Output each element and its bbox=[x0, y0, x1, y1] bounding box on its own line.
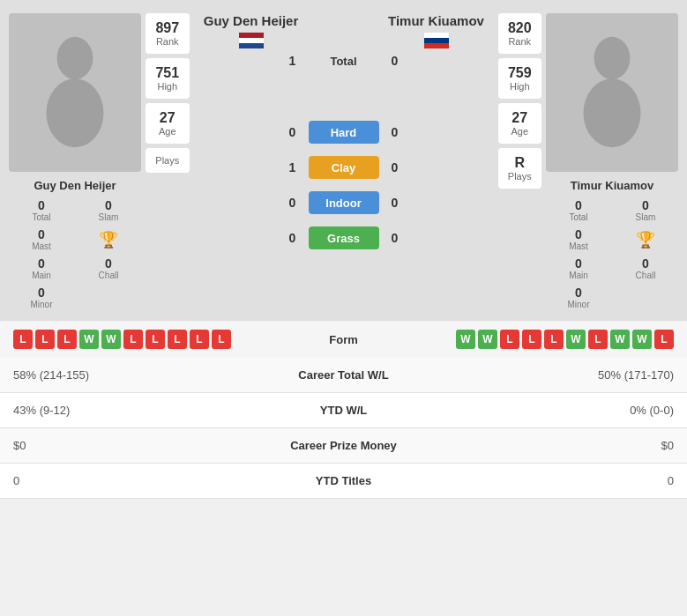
left-high-value: 751 bbox=[150, 65, 185, 81]
clay-left-score: 1 bbox=[284, 160, 302, 174]
right-form-badge-l: L bbox=[654, 330, 674, 349]
right-main-lbl: Main bbox=[548, 271, 609, 280]
comparison-row-3: 0 YTD Titles 0 bbox=[0, 464, 687, 499]
left-total-lbl: Total bbox=[11, 212, 72, 222]
form-label: Form bbox=[309, 333, 379, 346]
left-form-badge-l: L bbox=[168, 330, 187, 349]
right-middle-panel: 820 Rank 759 High 27 Age R Plays bbox=[498, 13, 542, 311]
left-rank-label: Rank bbox=[150, 36, 185, 47]
left-trophy-icon: 🏆 bbox=[99, 230, 118, 249]
right-age-value: 27 bbox=[503, 110, 538, 126]
hard-left-score: 0 bbox=[284, 125, 302, 139]
left-slam-lbl: Slam bbox=[78, 212, 139, 222]
right-slam-val: 0 bbox=[615, 198, 676, 212]
right-player-photo-area: Timur Kiuamov 0 Total 0 Slam 0 Mast 🏆 bbox=[546, 13, 678, 311]
comp-label-3: YTD Titles bbox=[208, 464, 479, 499]
right-rank-box: 820 Rank bbox=[498, 13, 542, 54]
left-chall-lbl: Chall bbox=[78, 271, 139, 280]
comp-left-1: 43% (9-12) bbox=[0, 393, 208, 428]
right-main-cell: 0 Main bbox=[546, 255, 611, 282]
right-player-header: Timur Kiuamov bbox=[379, 13, 494, 49]
right-mast-cell: 0 Mast bbox=[546, 226, 611, 253]
svg-point-0 bbox=[57, 37, 93, 79]
left-plays-box: Plays bbox=[146, 148, 190, 173]
left-mast-val: 0 bbox=[11, 227, 72, 241]
right-plays-label: Plays bbox=[503, 171, 538, 182]
left-player-photo bbox=[9, 13, 141, 172]
right-form-badge-w: W bbox=[566, 330, 586, 349]
right-total-lbl: Total bbox=[548, 212, 609, 222]
right-minor-lbl: Minor bbox=[548, 300, 609, 309]
comp-right-3: 0 bbox=[479, 464, 687, 499]
left-total-val: 0 bbox=[11, 198, 72, 212]
hard-badge: Hard bbox=[309, 121, 379, 144]
comp-left-2: $0 bbox=[0, 428, 208, 464]
comp-right-2: $0 bbox=[479, 428, 687, 464]
left-main-val: 0 bbox=[11, 256, 72, 271]
right-high-box: 759 High bbox=[498, 58, 542, 99]
right-high-value: 759 bbox=[503, 65, 538, 81]
comparison-row-1: 43% (9-12) YTD W/L 0% (0-0) bbox=[0, 393, 687, 428]
right-trophy-icon: 🏆 bbox=[636, 230, 655, 249]
left-header-name: Guy Den Heijer bbox=[204, 13, 299, 28]
right-chall-lbl: Chall bbox=[615, 271, 676, 280]
comp-label-0: Career Total W/L bbox=[208, 358, 479, 393]
right-form-badge-w: W bbox=[610, 330, 630, 349]
left-slam-cell: 0 Slam bbox=[76, 197, 141, 224]
right-form-badge-l: L bbox=[522, 330, 541, 349]
right-trophy-area: 🏆 bbox=[613, 226, 678, 253]
right-player-name: Timur Kiuamov bbox=[546, 179, 678, 192]
left-age-box: 27 Age bbox=[146, 103, 190, 144]
player-headers: Guy Den Heijer Timur Kiuamov bbox=[194, 13, 494, 49]
svg-point-3 bbox=[584, 78, 641, 147]
grass-badge: Grass bbox=[309, 226, 379, 249]
grass-right-score: 0 bbox=[386, 231, 404, 245]
left-form-badge-l: L bbox=[146, 330, 165, 349]
left-form-badge-l: L bbox=[212, 330, 231, 349]
stats-comparison-table: 58% (214-155) Career Total W/L 50% (171-… bbox=[0, 358, 687, 499]
right-player-stats: 0 Total 0 Slam 0 Mast 🏆 0 Main bbox=[546, 197, 678, 311]
left-player-photo-area: Guy Den Heijer 0 Total 0 Slam 0 Mast 🏆 bbox=[9, 13, 141, 311]
left-age-label: Age bbox=[150, 126, 185, 137]
total-right-score: 0 bbox=[386, 54, 404, 68]
right-high-label: High bbox=[503, 81, 538, 92]
left-slam-val: 0 bbox=[78, 198, 139, 212]
indoor-right-score: 0 bbox=[386, 196, 404, 210]
right-age-label: Age bbox=[503, 126, 538, 137]
comparison-row-0: 58% (214-155) Career Total W/L 50% (171-… bbox=[0, 358, 687, 393]
right-player-photo bbox=[546, 13, 678, 172]
left-mast-cell: 0 Mast bbox=[9, 226, 74, 253]
left-minor-val: 0 bbox=[11, 286, 72, 300]
left-form-badge-w: W bbox=[79, 330, 99, 349]
left-chall-val: 0 bbox=[78, 256, 139, 271]
right-minor-cell: 0 Minor bbox=[546, 284, 611, 311]
left-plays-label: Plays bbox=[150, 155, 185, 166]
left-form-badge-l: L bbox=[123, 330, 143, 349]
right-header-name: Timur Kiuamov bbox=[388, 13, 484, 28]
left-mast-lbl: Mast bbox=[11, 241, 72, 251]
left-chall-cell: 0 Chall bbox=[76, 255, 141, 282]
right-flag bbox=[423, 32, 450, 49]
right-form-badge-w: W bbox=[632, 330, 652, 349]
right-slam-lbl: Slam bbox=[615, 212, 676, 222]
clay-right-score: 0 bbox=[386, 160, 404, 174]
hard-right-score: 0 bbox=[386, 125, 404, 139]
comp-left-3: 0 bbox=[0, 464, 208, 499]
left-total-cell: 0 Total bbox=[9, 197, 74, 224]
left-trophy-area: 🏆 bbox=[76, 226, 141, 253]
right-form-badges: WWLLLWLWWL bbox=[388, 330, 675, 349]
right-rank-value: 820 bbox=[503, 20, 538, 36]
left-form-badges: LLLWWLLLLL bbox=[13, 330, 300, 349]
comp-label-2: Career Prize Money bbox=[208, 428, 479, 464]
left-player-silhouette bbox=[31, 35, 119, 150]
left-main-lbl: Main bbox=[11, 271, 72, 280]
left-rank-value: 897 bbox=[150, 20, 185, 36]
left-high-box: 751 High bbox=[146, 58, 190, 99]
surface-row-grass: 0 Grass 0 bbox=[194, 221, 494, 255]
right-form-badge-l: L bbox=[588, 330, 608, 349]
right-mast-lbl: Mast bbox=[548, 241, 609, 251]
left-middle-panel: 897 Rank 751 High 27 Age Plays bbox=[146, 13, 190, 311]
comp-right-0: 50% (171-170) bbox=[479, 358, 687, 393]
right-mast-val: 0 bbox=[548, 227, 609, 241]
comp-right-1: 0% (0-0) bbox=[479, 393, 687, 428]
